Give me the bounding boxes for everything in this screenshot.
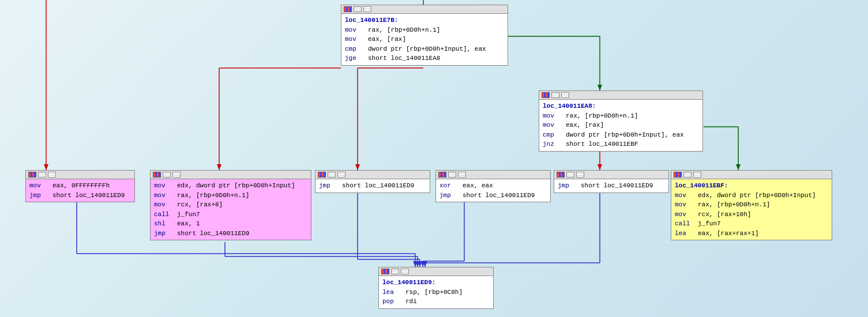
- instr-1: jmp short loc_140011ED9: [319, 181, 426, 191]
- block-body: loc_140011EBF: mov edx, dword ptr [rbp+0…: [671, 179, 832, 240]
- block-right-upper: loc_140011EA8: mov rax, [rbp+0D0h+n.1] m…: [539, 90, 703, 152]
- svg-marker-19: [413, 261, 418, 267]
- grid-icon: [344, 6, 352, 12]
- block-body: loc_140011ED9: lea rsp, [rbp+0C8h] pop r…: [379, 276, 493, 308]
- grid-icon: [557, 172, 565, 178]
- instr-5: lea eax, [rax+rax+1]: [675, 229, 828, 239]
- instr-1: mov edx, dword ptr [rbp+0D0h+Input]: [154, 181, 307, 191]
- instr-2: mov eax, [rax]: [345, 35, 504, 44]
- instr-1: mov eax, 0FFFFFFFFh: [29, 181, 131, 191]
- svg-marker-9: [598, 164, 602, 170]
- instr-5: shl eax, 1: [154, 219, 307, 229]
- block-body: jmp short loc_140011ED9: [315, 179, 430, 193]
- list-icon: [458, 172, 466, 178]
- list-icon: [48, 172, 56, 178]
- instr-4: jnz short loc_140011EBF: [543, 139, 699, 149]
- block-header: [539, 91, 702, 100]
- block-header: [151, 171, 311, 179]
- block-header: [436, 171, 550, 179]
- svg-marker-12: [736, 164, 741, 170]
- svg-marker-23: [415, 261, 420, 267]
- grid-icon: [542, 92, 550, 98]
- instr-2: jmp short loc_140011ED9: [439, 191, 547, 201]
- grid-icon: [438, 172, 446, 178]
- block-label: loc_140011E7B:: [345, 16, 504, 25]
- grid-icon: [153, 172, 161, 178]
- file-icon: [391, 269, 399, 274]
- file-icon: [551, 92, 559, 98]
- block-center-xor: xor eax, eax jmp short loc_140011ED9: [435, 170, 551, 202]
- instr-6: jmp short loc_140011ED9: [154, 229, 307, 239]
- instr-2: jmp short loc_140011ED9: [29, 191, 131, 201]
- list-icon: [693, 172, 701, 178]
- list-icon: [561, 92, 569, 98]
- grid-icon: [28, 172, 36, 178]
- block-center-right-jmp: jmp short loc_140011ED9: [554, 170, 669, 193]
- block-body: loc_140011EA8: mov rax, [rbp+0D0h+n.1] m…: [539, 100, 702, 151]
- block-label: loc_140011EBF:: [675, 181, 828, 191]
- block-center-jmp: jmp short loc_140011ED9: [315, 170, 430, 193]
- block-header: [671, 171, 832, 179]
- list-icon: [363, 6, 371, 12]
- block-body: mov eax, 0FFFFFFFFh jmp short loc_140011…: [26, 179, 134, 202]
- block-header: [554, 171, 668, 179]
- block-header: [26, 171, 134, 179]
- svg-marker-4: [217, 164, 221, 170]
- block-body: xor eax, eax jmp short loc_140011ED9: [436, 179, 550, 202]
- block-body: loc_140011E7B: mov rax, [rbp+0D0h+n.1] m…: [341, 14, 508, 65]
- block-header: [341, 5, 508, 14]
- block-bottom-center: loc_140011ED9: lea rsp, [rbp+0C8h] pop r…: [378, 267, 494, 309]
- instr-1: mov edx, dword ptr [rbp+0D0h+Input]: [675, 191, 828, 201]
- instr-3: mov rcx, [rax+10h]: [675, 210, 828, 220]
- file-icon: [163, 172, 171, 178]
- grid-icon: [381, 269, 389, 274]
- instr-4: call j_fun7: [675, 219, 828, 229]
- svg-marker-27: [418, 261, 422, 267]
- file-icon: [683, 172, 692, 178]
- instr-3: mov rcx, [rax+8]: [154, 200, 307, 210]
- block-left-pink: mov eax, 0FFFFFFFFh jmp short loc_140011…: [25, 170, 135, 202]
- instr-1: lea rsp, [rbp+0C8h]: [382, 288, 490, 297]
- svg-marker-1: [44, 164, 48, 170]
- svg-marker-35: [423, 261, 427, 267]
- file-icon: [448, 172, 456, 178]
- list-icon: [401, 269, 409, 274]
- block-label: loc_140011ED9:: [382, 278, 490, 288]
- instr-1: mov rax, [rbp+0D0h+n.1]: [345, 25, 504, 35]
- instr-2: mov eax, [rax]: [543, 120, 699, 130]
- file-icon: [354, 6, 362, 12]
- list-icon: [337, 172, 345, 178]
- instr-1: xor eax, eax: [439, 181, 547, 191]
- instr-4: jge short loc_140011EA8: [345, 54, 504, 63]
- instr-2: mov rax, [rbp+0D0h+n.1]: [154, 191, 307, 201]
- list-icon: [172, 172, 181, 178]
- block-right-yellow: loc_140011EBF: mov edx, dword ptr [rbp+0…: [671, 170, 832, 240]
- block-label: loc_140011EA8:: [543, 101, 699, 111]
- svg-marker-31: [420, 261, 425, 267]
- instr-1: mov rax, [rbp+0D0h+n.1]: [543, 111, 699, 121]
- instr-1: jmp short loc_140011ED9: [558, 181, 665, 191]
- svg-marker-7: [598, 85, 602, 90]
- block-body: jmp short loc_140011ED9: [554, 179, 668, 193]
- grid-icon: [318, 172, 326, 178]
- block-body: mov edx, dword ptr [rbp+0D0h+Input] mov …: [151, 179, 311, 240]
- svg-marker-15: [355, 164, 360, 170]
- instr-2: mov rax, [rbp+0D0h+n.1]: [675, 200, 828, 210]
- file-icon: [38, 172, 46, 178]
- file-icon: [328, 172, 336, 178]
- block-header: [315, 171, 430, 179]
- block-header: [379, 267, 493, 276]
- instr-4: call j_fun7: [154, 210, 307, 220]
- instr-2: pop rdi: [382, 297, 490, 307]
- instr-3: cmp dword ptr [rbp+0D0h+Input], eax: [543, 130, 699, 140]
- list-icon: [576, 172, 584, 178]
- block-top-center: loc_140011E7B: mov rax, [rbp+0D0h+n.1] m…: [341, 5, 508, 66]
- instr-3: cmp dword ptr [rbp+0D0h+Input], eax: [345, 44, 504, 54]
- block-center-left-pink: mov edx, dword ptr [rbp+0D0h+Input] mov …: [150, 170, 311, 240]
- file-icon: [566, 172, 574, 178]
- grid-icon: [674, 172, 682, 178]
